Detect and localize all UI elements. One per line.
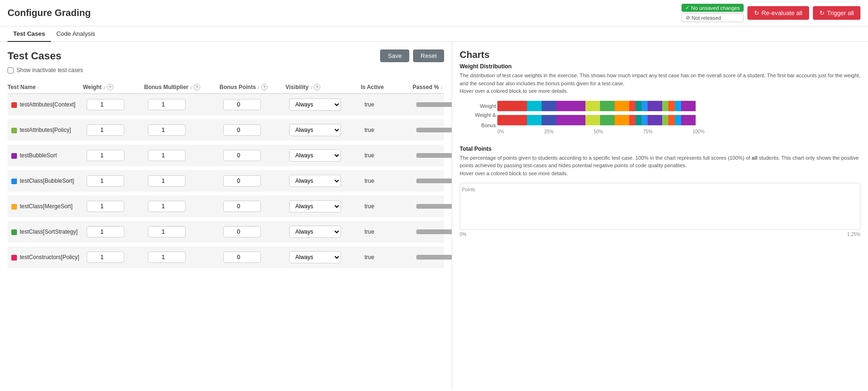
bonus-mult-cell bbox=[148, 201, 223, 212]
visibility-select[interactable]: AlwaysNeverAfter Due DateAfter Release bbox=[289, 175, 341, 187]
bonus-points-input[interactable] bbox=[223, 150, 261, 161]
trigger-all-button[interactable]: ↻ Trigger all bbox=[813, 6, 860, 20]
bar-segment bbox=[662, 101, 668, 111]
weight-input[interactable] bbox=[87, 99, 124, 110]
sort-icon-name[interactable]: ↑ bbox=[37, 85, 40, 90]
bar-segment bbox=[585, 115, 600, 125]
bonus-multiplier-input[interactable] bbox=[148, 99, 186, 110]
weight-input[interactable] bbox=[87, 150, 124, 161]
tab-code-analysis[interactable]: Code Analysis bbox=[51, 26, 101, 42]
weight-input[interactable] bbox=[87, 252, 124, 263]
info-icon-bonus-mult[interactable]: ? bbox=[194, 84, 200, 90]
bonus-points-input[interactable] bbox=[223, 201, 261, 212]
table-row: testBubbleSort AlwaysNeverAfter Due Date… bbox=[8, 145, 444, 166]
bar-segment bbox=[556, 101, 586, 111]
passed-bar bbox=[416, 204, 452, 209]
table-row: testClass[BubbleSort] AlwaysNeverAfter D… bbox=[8, 170, 444, 192]
sort-icon-bonus-pts[interactable]: ↕ bbox=[257, 85, 260, 90]
table-row: testClass[MergeSort] AlwaysNeverAfter Du… bbox=[8, 196, 444, 217]
visibility-select[interactable]: AlwaysNeverAfter Due DateAfter Release bbox=[289, 98, 341, 111]
bonus-points-input[interactable] bbox=[223, 252, 261, 263]
visibility-cell: AlwaysNeverAfter Due DateAfter Release bbox=[289, 226, 365, 238]
show-inactive-checkbox[interactable] bbox=[8, 67, 14, 73]
x-axis-label: 75% bbox=[643, 129, 652, 134]
sort-icon-weight[interactable]: ↕ bbox=[103, 85, 105, 90]
bonus-multiplier-input[interactable] bbox=[148, 124, 186, 136]
sort-icon-visibility[interactable]: ↕ bbox=[310, 85, 312, 90]
bonus-multiplier-input[interactable] bbox=[148, 201, 186, 212]
passed-pct-cell bbox=[416, 229, 452, 234]
info-icon-weight[interactable]: ? bbox=[107, 84, 114, 90]
visibility-select[interactable]: AlwaysNeverAfter Due DateAfter Release bbox=[289, 124, 341, 136]
bonus-points-input[interactable] bbox=[223, 124, 261, 136]
bonus-multiplier-input[interactable] bbox=[148, 226, 186, 237]
col-bonus-points: Bonus Points ↕ ? bbox=[219, 84, 285, 90]
weight-cell bbox=[87, 252, 148, 263]
is-active-cell: true bbox=[365, 127, 416, 133]
col-visibility: Visibility ↕ ? bbox=[285, 84, 361, 90]
weight-x-axis: 0%25%50%75%100% bbox=[497, 129, 705, 134]
sort-icon-passed[interactable]: ↕ bbox=[440, 85, 443, 90]
visibility-select[interactable]: AlwaysNeverAfter Due DateAfter Release bbox=[289, 200, 341, 212]
bar-segment bbox=[668, 101, 674, 111]
visibility-cell: AlwaysNeverAfter Due DateAfter Release bbox=[289, 149, 365, 162]
refresh-icon: ↻ bbox=[754, 9, 759, 16]
bonus-points-input[interactable] bbox=[223, 175, 261, 187]
visibility-cell: AlwaysNeverAfter Due DateAfter Release bbox=[289, 98, 365, 111]
bonus-pts-cell bbox=[223, 201, 289, 212]
weight-bonus-bar-row: Weight & Bonus bbox=[497, 115, 860, 125]
bonus-multiplier-input[interactable] bbox=[148, 175, 186, 187]
save-button[interactable]: Save bbox=[380, 49, 409, 62]
bar-segment bbox=[648, 101, 662, 111]
bar-segment bbox=[675, 101, 681, 111]
bar-segment bbox=[542, 115, 556, 125]
charts-title: Charts bbox=[460, 49, 860, 60]
section-actions: Save Reset bbox=[380, 49, 444, 62]
bar-segment bbox=[629, 101, 635, 111]
bonus-multiplier-input[interactable] bbox=[148, 252, 186, 263]
bar-segment bbox=[615, 115, 629, 125]
bonus-multiplier-input[interactable] bbox=[148, 150, 186, 161]
is-active-cell: true bbox=[365, 203, 416, 210]
weight-input[interactable] bbox=[87, 226, 124, 237]
total-points-title: Total Points bbox=[460, 146, 860, 152]
visibility-select[interactable]: AlwaysNeverAfter Due DateAfter Release bbox=[289, 226, 341, 238]
top-actions: ✓ No unsaved changes ⊘ Not released ↻ Re… bbox=[681, 4, 860, 22]
info-icon-bonus-pts[interactable]: ? bbox=[261, 84, 268, 90]
page-title: Configure Grading bbox=[8, 8, 91, 18]
test-name-cell: testClass[BubbleSort] bbox=[11, 178, 87, 184]
weight-input[interactable] bbox=[87, 175, 124, 187]
test-rows-container: testAttributes[Context] AlwaysNeverAfter… bbox=[8, 94, 444, 268]
passed-bar bbox=[416, 128, 452, 132]
table-row: testClass[SortStrategy] AlwaysNeverAfter… bbox=[8, 221, 444, 243]
weight-input[interactable] bbox=[87, 124, 124, 136]
weight-input[interactable] bbox=[87, 201, 124, 212]
weight-cell bbox=[87, 175, 148, 187]
table-row: testAttributes[Policy] AlwaysNeverAfter … bbox=[8, 119, 444, 141]
bar-segment bbox=[635, 101, 641, 111]
test-name-text: testConstructors[Policy] bbox=[20, 254, 79, 261]
reset-button[interactable]: Reset bbox=[413, 49, 444, 62]
tab-test-cases[interactable]: Test Cases bbox=[8, 26, 51, 42]
visibility-select[interactable]: AlwaysNeverAfter Due DateAfter Release bbox=[289, 149, 341, 162]
right-panel: Charts Weight Distribution The distribut… bbox=[452, 42, 868, 391]
bonus-mult-cell bbox=[148, 150, 223, 161]
bonus-pts-cell bbox=[223, 252, 289, 263]
reevaluate-all-button[interactable]: ↻ Re-evaluate all bbox=[747, 6, 809, 20]
weight-bar-chart: Weight Weight & Bonus 0%25%50%75%100% bbox=[460, 101, 860, 134]
points-x-label: 1.25% bbox=[847, 232, 860, 237]
test-name-text: testClass[BubbleSort] bbox=[20, 178, 74, 184]
x-axis-label: 100% bbox=[692, 129, 705, 134]
sort-icon-bonus-mult[interactable]: ↕ bbox=[190, 85, 192, 90]
bar-segment bbox=[600, 115, 615, 125]
circle-icon: ⊘ bbox=[686, 15, 690, 21]
visibility-select[interactable]: AlwaysNeverAfter Due DateAfter Release bbox=[289, 251, 341, 263]
test-name-cell: testClass[SortStrategy] bbox=[11, 228, 87, 235]
bonus-points-input[interactable] bbox=[223, 226, 261, 237]
test-name-cell: testAttributes[Context] bbox=[11, 101, 87, 108]
bonus-points-input[interactable] bbox=[223, 99, 261, 110]
color-dot bbox=[11, 102, 17, 108]
show-inactive-label[interactable]: Show inactivate test cases bbox=[16, 67, 83, 73]
section-header: Test Cases Save Reset bbox=[8, 49, 444, 62]
info-icon-visibility[interactable]: ? bbox=[314, 84, 320, 90]
